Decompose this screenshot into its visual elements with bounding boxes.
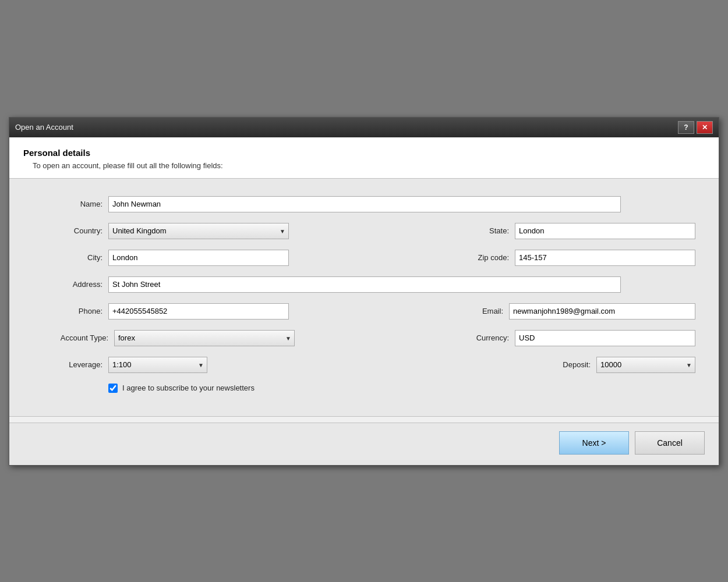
form-section: Name: Country: United Kingdom United Sta… bbox=[9, 179, 719, 416]
account-currency-row: Account Type: forex stocks crypto ▼ Curr… bbox=[33, 330, 695, 346]
email-input[interactable] bbox=[509, 303, 695, 320]
city-input[interactable] bbox=[108, 250, 289, 266]
titlebar: Open an Account ? ✕ bbox=[9, 118, 719, 137]
name-input[interactable] bbox=[108, 196, 621, 212]
city-zip-row: City: Zip code: bbox=[33, 250, 695, 266]
section-title: Personal details bbox=[23, 148, 705, 158]
currency-field: Currency: bbox=[457, 330, 695, 346]
country-select-wrapper: United Kingdom United States Germany Fra… bbox=[108, 223, 289, 239]
state-label: State: bbox=[439, 226, 509, 235]
state-input[interactable] bbox=[515, 223, 695, 239]
deposit-select[interactable]: 1000 5000 10000 50000 bbox=[596, 357, 695, 373]
address-input[interactable] bbox=[108, 276, 621, 293]
city-label: City: bbox=[33, 253, 103, 262]
phone-label: Phone: bbox=[33, 307, 103, 315]
name-row: Name: bbox=[33, 196, 695, 212]
dialog-container: Open an Account ? ✕ Personal details To … bbox=[9, 117, 719, 466]
titlebar-buttons: ? ✕ bbox=[678, 121, 713, 134]
account-type-select[interactable]: forex stocks crypto bbox=[114, 330, 295, 346]
leverage-label: Leverage: bbox=[33, 360, 103, 369]
phone-input[interactable] bbox=[108, 303, 289, 320]
newsletter-row: I agree to subscribe to your newsletters bbox=[108, 384, 695, 393]
close-button[interactable]: ✕ bbox=[697, 121, 713, 134]
header-section: Personal details To open an account, ple… bbox=[9, 137, 719, 179]
footer-divider bbox=[9, 416, 719, 417]
dialog-title: Open an Account bbox=[15, 123, 73, 132]
country-state-row: Country: United Kingdom United States Ge… bbox=[33, 223, 695, 239]
zip-field: Zip code: bbox=[451, 250, 695, 266]
section-subtitle: To open an account, please fill out all … bbox=[33, 161, 705, 170]
email-label: Email: bbox=[462, 307, 503, 315]
newsletter-label: I agree to subscribe to your newsletters bbox=[122, 384, 255, 392]
address-label: Address: bbox=[33, 280, 103, 289]
deposit-label: Deposit: bbox=[544, 360, 591, 369]
currency-label: Currency: bbox=[457, 333, 509, 342]
name-label: Name: bbox=[33, 200, 103, 208]
newsletter-checkbox[interactable] bbox=[108, 384, 118, 393]
leverage-select-wrapper: 1:10 1:50 1:100 1:200 1:500 ▼ bbox=[108, 357, 207, 373]
footer-section: Next > Cancel bbox=[9, 423, 719, 465]
country-label: Country: bbox=[33, 226, 103, 235]
account-type-label: Account Type: bbox=[33, 333, 108, 342]
country-field: Country: United Kingdom United States Ge… bbox=[33, 223, 289, 239]
phone-email-row: Phone: Email: bbox=[33, 303, 695, 320]
zip-input[interactable] bbox=[515, 250, 695, 266]
currency-input[interactable] bbox=[515, 330, 695, 346]
state-field: State: bbox=[439, 223, 695, 239]
deposit-select-wrapper: 1000 5000 10000 50000 ▼ bbox=[596, 357, 695, 373]
email-field: Email: bbox=[462, 303, 695, 320]
country-select[interactable]: United Kingdom United States Germany Fra… bbox=[108, 223, 289, 239]
help-button[interactable]: ? bbox=[678, 121, 694, 134]
phone-field: Phone: bbox=[33, 303, 289, 320]
account-type-select-wrapper: forex stocks crypto ▼ bbox=[114, 330, 295, 346]
cancel-button[interactable]: Cancel bbox=[635, 431, 705, 455]
account-type-field: Account Type: forex stocks crypto ▼ bbox=[33, 330, 295, 346]
deposit-field: Deposit: 1000 5000 10000 50000 ▼ bbox=[544, 357, 695, 373]
leverage-field: Leverage: 1:10 1:50 1:100 1:200 1:500 ▼ bbox=[33, 357, 207, 373]
next-button[interactable]: Next > bbox=[559, 431, 629, 455]
address-row: Address: bbox=[33, 276, 695, 293]
leverage-select[interactable]: 1:10 1:50 1:100 1:200 1:500 bbox=[108, 357, 207, 373]
zip-label: Zip code: bbox=[451, 253, 509, 262]
city-field: City: bbox=[33, 250, 289, 266]
leverage-deposit-row: Leverage: 1:10 1:50 1:100 1:200 1:500 ▼ … bbox=[33, 357, 695, 373]
